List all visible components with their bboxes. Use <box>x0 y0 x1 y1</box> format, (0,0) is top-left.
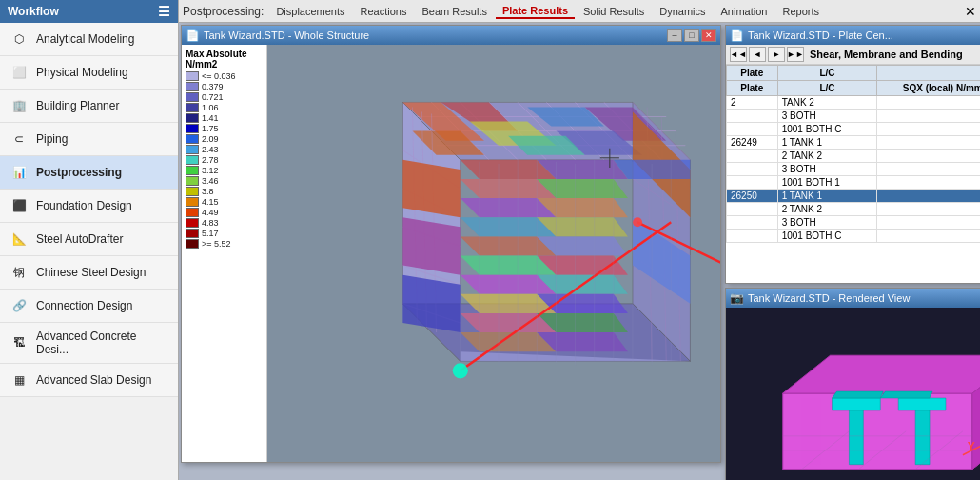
sidebar-item-label-building-planner: Building Planner <box>36 99 119 112</box>
table-cell: 3 BOTH <box>777 216 877 230</box>
plate-nav-last[interactable]: ►► <box>787 47 804 62</box>
pipe-icon: ⊂ <box>10 130 29 149</box>
table-cell: 3 BOTH <box>777 110 877 123</box>
table-cell: 1 TANK 1 <box>777 136 877 150</box>
legend-swatch <box>186 113 199 123</box>
legend-label: 0.721 <box>202 92 224 102</box>
toolbar-tab-solid-results[interactable]: Solid Results <box>577 4 651 19</box>
sidebar-item-chinese-steel-design[interactable]: 钢Chinese Steel Design <box>0 256 178 290</box>
legend-item: 1.75 <box>186 124 263 133</box>
plate-view-label: Shear, Membrane and Bending <box>810 49 963 60</box>
win-rendered: 📷 Tank Wizard.STD - Rendered View – □ ✕ <box>725 288 980 480</box>
legend-item: 1.06 <box>186 103 263 112</box>
chart-icon: 📊 <box>10 163 29 182</box>
concrete-icon: 🏗 <box>10 333 29 352</box>
sidebar-item-advanced-concrete-desi[interactable]: 🏗Advanced Concrete Desi... <box>0 323 178 364</box>
sidebar-item-building-planner[interactable]: 🏢Building Planner <box>0 90 178 123</box>
toolbar-end: ✕ <box>965 4 976 19</box>
table-cell: 26249 <box>727 136 778 150</box>
legend-label: <= 0.036 <box>202 71 236 81</box>
th-plate: Plate <box>727 66 778 81</box>
building-icon: 🏢 <box>10 96 29 115</box>
toolbar-tab-animation[interactable]: Animation <box>715 4 774 19</box>
legend-item: 3.12 <box>186 166 263 175</box>
sidebar-item-piping[interactable]: ⊂Piping <box>0 123 178 156</box>
win-whole-close[interactable]: ✕ <box>701 29 716 42</box>
sidebar-item-advanced-slab-design[interactable]: ▦Advanced Slab Design <box>0 364 178 397</box>
sidebar-item-label-advanced-concrete-desi: Advanced Concrete Desi... <box>36 330 168 356</box>
sidebar-toggle-icon[interactable]: ☰ <box>158 4 170 19</box>
plate-nav-first[interactable]: ◄◄ <box>730 47 747 62</box>
table-row[interactable]: 262491 TANK 10.0040.003 <box>727 136 981 150</box>
toolbar-extra-icon[interactable]: ✕ <box>965 4 976 19</box>
table-row[interactable]: 3 BOTH0.0060.033 <box>727 216 981 230</box>
sidebar-item-connection-design[interactable]: 🔗Connection Design <box>0 290 178 323</box>
plate-nav-next[interactable]: ► <box>768 47 785 62</box>
sidebar-item-foundation-design[interactable]: ⬛Foundation Design <box>0 190 178 223</box>
table-row[interactable]: 3 BOTH-0.0020.003 <box>727 110 981 123</box>
legend-label: 1.41 <box>202 113 219 123</box>
legend-swatch <box>186 155 199 165</box>
table-row[interactable]: 1001 BOTH C0.0090.056 <box>727 230 981 243</box>
table-cell <box>727 176 778 190</box>
legend-label: 1.75 <box>202 124 219 133</box>
table-row[interactable]: 262501 TANK 1-0.0000.006 <box>727 190 981 203</box>
plate-data-table: PlateL/CShear PlateL/CSQX (local) N/mm2S… <box>726 65 980 243</box>
toolbar-tab-reactions[interactable]: Reactions <box>354 4 414 19</box>
win-whole-minimize[interactable]: – <box>667 29 682 42</box>
legend-item: 2.43 <box>186 145 263 154</box>
win-plate-titlebar: 📄 Tank Wizard.STD - Plate Cen... – □ ✕ <box>726 26 980 45</box>
legend-label: 3.12 <box>202 166 219 175</box>
legend-label: 1.06 <box>202 103 219 112</box>
slab-icon: ▦ <box>10 370 29 390</box>
win-whole-icon: 📄 <box>186 29 200 42</box>
table-cell: 0.009 <box>877 230 980 243</box>
toolbar-tab-dynamics[interactable]: Dynamics <box>653 4 712 19</box>
table-cell: 2 <box>727 96 778 110</box>
legend-swatch <box>186 218 199 228</box>
table-cell: 0.039 <box>877 150 980 163</box>
sidebar-item-label-physical-modeling: Physical Modeling <box>36 66 128 79</box>
legend-swatch <box>186 176 199 186</box>
win-rendered-content[interactable]: Y <box>726 308 980 480</box>
toolbar-tab-reports[interactable]: Reports <box>775 4 826 19</box>
toolbar-tab-displacements[interactable]: Displacements <box>269 4 351 19</box>
toolbar-tab-beam-results[interactable]: Beam Results <box>415 4 493 19</box>
svg-marker-97 <box>833 391 884 398</box>
legend-swatch <box>186 208 199 217</box>
cube-icon: ⬡ <box>10 30 29 49</box>
table-row[interactable]: 2TANK 2-0.0010.002 <box>727 96 981 110</box>
table-row[interactable]: 1001 BOTH C-0.0060.006 <box>727 123 981 136</box>
model-viewport[interactable] <box>267 45 720 462</box>
legend-swatch <box>186 229 199 238</box>
th-section-header: Shear <box>877 66 980 81</box>
table-row[interactable]: 2 TANK 20.0080.042 <box>727 203 981 216</box>
legend-swatch <box>186 124 199 133</box>
sidebar-item-physical-modeling[interactable]: ⬜Physical Modeling <box>0 56 178 90</box>
table-cell: 0.004 <box>877 136 980 150</box>
legend-item: 2.09 <box>186 134 263 144</box>
legend-swatch <box>186 134 199 144</box>
sidebar-item-steel-autodrafter[interactable]: 📐Steel AutoDrafter <box>0 223 178 256</box>
box-icon: ⬜ <box>10 63 29 82</box>
legend-items: <= 0.0360.3790.7211.061.411.752.092.432.… <box>186 71 263 249</box>
legend-swatch <box>186 166 199 175</box>
win-rendered-titlebar: 📷 Tank Wizard.STD - Rendered View – □ ✕ <box>726 289 980 308</box>
sidebar-item-label-advanced-slab-design: Advanced Slab Design <box>36 373 151 387</box>
table-row[interactable]: 1001 BOTH 10.0520.023 <box>727 176 981 190</box>
table-row[interactable]: 2 TANK 20.0390.016 <box>727 150 981 163</box>
table-row[interactable]: 3 BOTH0.0310.013 <box>727 163 981 176</box>
table-cell <box>727 230 778 243</box>
legend-label: 4.15 <box>202 197 219 207</box>
col-header: SQX (local) N/mm2 <box>877 81 980 96</box>
sidebar-item-analytical-modeling[interactable]: ⬡Analytical Modeling <box>0 23 178 56</box>
plate-nav-prev[interactable]: ◄ <box>749 47 766 62</box>
toolbar-tab-plate-results[interactable]: Plate Results <box>496 4 575 19</box>
results-table[interactable]: PlateL/CShear PlateL/CSQX (local) N/mm2S… <box>726 65 980 283</box>
sidebar-title: Workflow <box>8 5 59 18</box>
col-headers-row: PlateL/CSQX (local) N/mm2SQY (local) N/m… <box>727 81 981 96</box>
svg-point-71 <box>633 217 642 227</box>
legend-item: 0.721 <box>186 92 263 102</box>
sidebar-item-postprocessing[interactable]: 📊Postprocessing <box>0 156 178 190</box>
win-whole-restore[interactable]: □ <box>684 29 699 42</box>
